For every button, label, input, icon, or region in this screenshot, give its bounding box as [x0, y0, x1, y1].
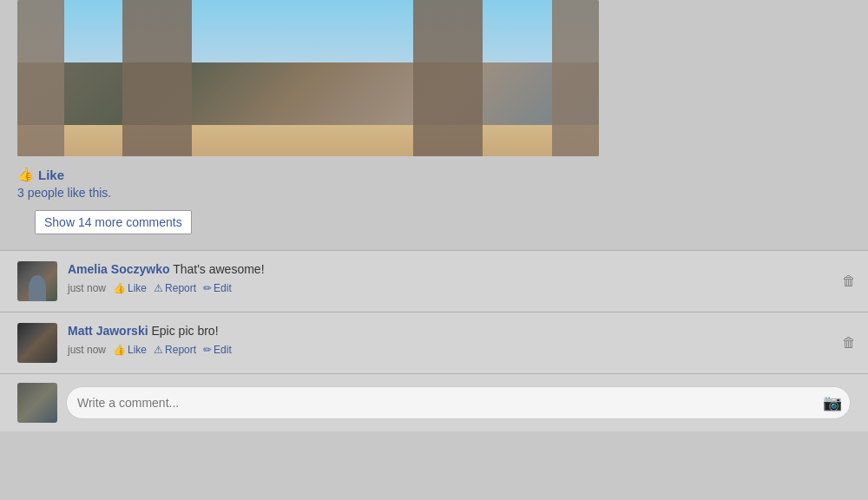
comment-input[interactable]: [66, 386, 851, 419]
delete-comment-button[interactable]: 🗑: [842, 273, 856, 289]
comment-author[interactable]: Amelia Soczywko: [68, 262, 170, 276]
like-section: 👍 Like 3 people like this. Show 14 more …: [0, 156, 868, 241]
like-label: Like: [38, 168, 64, 182]
comments-section: Amelia Soczywko That's awesome! just now…: [0, 250, 868, 431]
pencil-icon: ✏: [203, 344, 212, 356]
comment-text: Matt Jaworski Epic pic bro!: [68, 323, 851, 340]
comment-meta: just now 👍 Like ⚠ Report ✏ Edit: [68, 282, 851, 294]
page-wrapper: 👍 Like 3 people like this. Show 14 more …: [0, 0, 868, 431]
comment-input-wrapper: 📷: [66, 386, 851, 419]
comment-content: That's awesome!: [173, 262, 264, 276]
like-icon: 👍: [113, 282, 126, 294]
avatar: [17, 261, 57, 301]
report-action-label: Report: [165, 344, 196, 356]
like-button[interactable]: 👍 Like: [17, 167, 64, 182]
comment-text: Amelia Soczywko That's awesome!: [68, 261, 851, 279]
camera-icon[interactable]: 📷: [823, 393, 842, 412]
post-image-container: [0, 0, 868, 156]
comment-report-button[interactable]: ⚠ Report: [154, 344, 196, 356]
comment-like-button[interactable]: 👍 Like: [113, 282, 147, 294]
comment-content: Epic pic bro!: [151, 324, 218, 338]
delete-comment-button[interactable]: 🗑: [842, 335, 856, 351]
flag-icon: ⚠: [154, 282, 163, 294]
like-count: 3 people like this.: [17, 182, 851, 207]
edit-action-label: Edit: [214, 282, 232, 294]
comment-meta: just now 👍 Like ⚠ Report ✏ Edit: [68, 344, 851, 356]
comment-time: just now: [68, 344, 106, 356]
like-action-label: Like: [128, 344, 147, 356]
pencil-icon: ✏: [203, 282, 212, 294]
comment-item: Matt Jaworski Epic pic bro! just now 👍 L…: [0, 312, 868, 373]
comment-edit-button[interactable]: ✏ Edit: [203, 344, 232, 356]
thumbsup-icon: 👍: [17, 167, 34, 182]
show-more-comments-button[interactable]: Show 14 more comments: [35, 210, 192, 234]
avatar: [17, 323, 57, 363]
comment-item: Amelia Soczywko That's awesome! just now…: [0, 250, 868, 312]
comment-body: Matt Jaworski Epic pic bro! just now 👍 L…: [68, 323, 851, 356]
comment-report-button[interactable]: ⚠ Report: [154, 282, 196, 294]
comment-time: just now: [68, 282, 106, 294]
post-image: [17, 0, 599, 156]
comment-like-button[interactable]: 👍 Like: [113, 344, 147, 356]
comment-body: Amelia Soczywko That's awesome! just now…: [68, 261, 851, 294]
flag-icon: ⚠: [154, 344, 163, 356]
comment-author[interactable]: Matt Jaworski: [68, 324, 148, 338]
current-user-avatar: [17, 383, 57, 423]
edit-action-label: Edit: [214, 344, 232, 356]
write-comment-area: 📷: [0, 373, 868, 431]
comment-edit-button[interactable]: ✏ Edit: [203, 282, 232, 294]
report-action-label: Report: [165, 282, 196, 294]
like-icon: 👍: [113, 344, 126, 356]
like-action-label: Like: [128, 282, 147, 294]
trash-icon: 🗑: [842, 273, 856, 288]
trash-icon: 🗑: [842, 335, 856, 350]
